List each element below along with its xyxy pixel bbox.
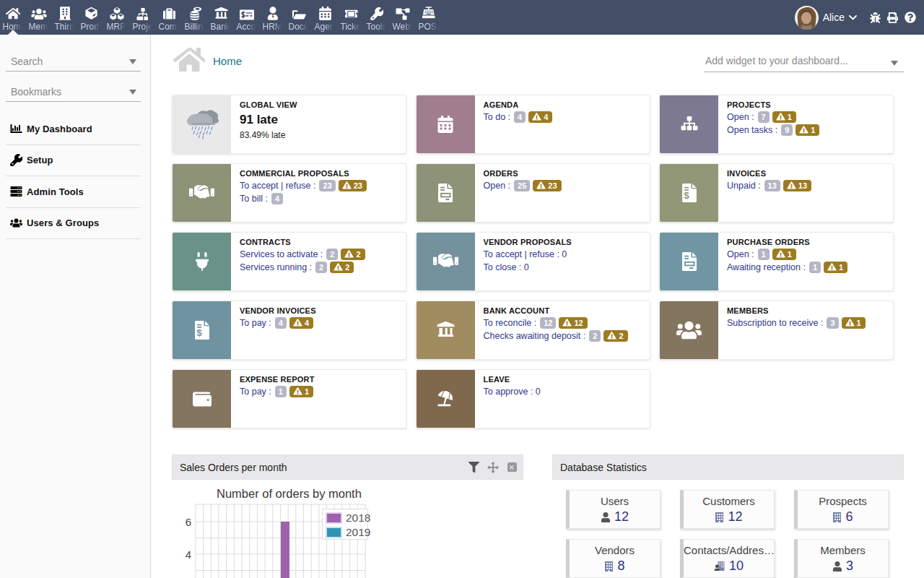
svg-text:4: 4	[186, 548, 191, 561]
svg-text:$: $	[196, 327, 202, 338]
svg-text:$: $	[684, 190, 689, 201]
svg-text:2019: 2019	[346, 526, 370, 538]
svg-text:2018: 2018	[346, 512, 370, 524]
svg-text:Number of orders by month: Number of orders by month	[217, 487, 362, 500]
svg-text:6: 6	[186, 516, 191, 528]
